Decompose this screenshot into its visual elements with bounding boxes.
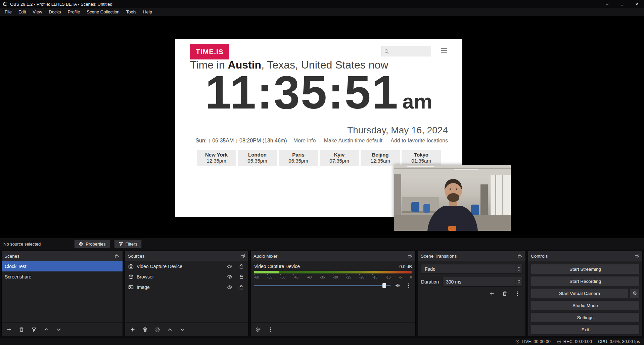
lock-toggle[interactable]	[238, 263, 245, 270]
filters-label: Filters	[126, 242, 137, 247]
meter-ticks	[254, 274, 412, 275]
minimize-button[interactable]	[600, 0, 614, 8]
audio-mixer-panel: Audio Mixer Video Capture Device 0.0 dB …	[250, 251, 416, 336]
menu-scene-collection[interactable]: Scene Collection	[83, 9, 123, 15]
chevron-up-icon	[517, 267, 520, 269]
eye-icon	[227, 285, 232, 290]
timeis-sun-info: Sun: ↑ 06:35AM ↓ 08:20PM (13h 46m) - Mor…	[195, 138, 448, 144]
menu-profile[interactable]: Profile	[64, 9, 83, 15]
mute-button[interactable]	[394, 282, 401, 289]
scene-filters-button[interactable]	[30, 326, 38, 333]
lock-toggle[interactable]	[238, 284, 245, 291]
properties-label: Properties	[86, 242, 105, 247]
maximize-button[interactable]	[614, 0, 629, 8]
duration-label: Duration	[421, 279, 439, 285]
add-icon	[489, 291, 495, 296]
start-recording-button[interactable]: Start Recording	[531, 276, 640, 286]
source-item-image[interactable]: Image	[125, 282, 248, 292]
titlebar[interactable]: OBS 29.1.2 - Profile: LLHLS BETA - Scene…	[0, 0, 644, 8]
controls-panel-title: Controls	[531, 254, 548, 259]
remove-source-button[interactable]	[141, 326, 149, 333]
remove-scene-button[interactable]	[18, 326, 25, 333]
source-move-down-button[interactable]	[179, 326, 186, 333]
properties-button[interactable]: Properties	[74, 240, 110, 248]
visibility-toggle[interactable]	[226, 284, 233, 291]
world-clock-newyork: New York12:35pm	[197, 150, 236, 166]
gear-icon	[79, 242, 83, 246]
preview-area: TIME.IS Time in Austin, Texas, United St…	[0, 16, 644, 238]
transition-options-button[interactable]	[514, 290, 521, 297]
gear-icon	[155, 327, 160, 332]
volume-meter	[254, 271, 412, 273]
world-clock-paris: Paris06:35pm	[279, 150, 318, 166]
source-item-video-capture[interactable]: Video Capture Device	[125, 261, 248, 271]
chevron-down-icon	[517, 269, 520, 271]
studio-mode-button[interactable]: Studio Mode	[531, 300, 640, 310]
window-controls	[600, 0, 644, 8]
settings-button[interactable]: Settings	[531, 312, 640, 322]
menu-docks[interactable]: Docks	[45, 9, 64, 15]
scene-move-up-button[interactable]	[43, 326, 50, 333]
dock-popout-icon	[634, 253, 640, 259]
lock-icon	[239, 264, 244, 269]
transition-select-spinner[interactable]	[515, 264, 522, 273]
virtual-camera-settings-button[interactable]	[630, 288, 640, 298]
scenes-panel-header[interactable]: Scenes	[2, 251, 123, 261]
audio-mixer-header[interactable]: Audio Mixer	[251, 251, 415, 261]
transition-select[interactable]: Fade	[421, 264, 522, 274]
chevron-up-icon	[44, 327, 49, 332]
start-virtual-camera-button[interactable]: Start Virtual Camera	[531, 288, 628, 298]
scene-transitions-header[interactable]: Scene Transitions	[418, 251, 525, 261]
duration-spinner[interactable]	[515, 277, 522, 286]
rec-time: REC: 00:00:00	[563, 339, 592, 344]
menu-file[interactable]: File	[1, 9, 15, 15]
menu-edit[interactable]: Edit	[15, 9, 29, 15]
scene-item-clock-test[interactable]: Clock Test	[2, 261, 123, 271]
add-transition-button[interactable]	[488, 290, 496, 297]
controls-panel-header[interactable]: Controls	[528, 251, 642, 261]
visibility-toggle[interactable]	[226, 263, 233, 270]
volume-slider[interactable]	[254, 283, 390, 289]
close-button[interactable]	[629, 0, 644, 8]
start-streaming-button[interactable]: Start Streaming	[531, 264, 640, 274]
mixer-options-button[interactable]	[405, 282, 412, 289]
mixer-toolbar	[251, 322, 415, 336]
add-icon	[6, 327, 12, 332]
source-move-up-button[interactable]	[166, 326, 174, 333]
scene-move-down-button[interactable]	[55, 326, 62, 333]
image-icon	[128, 285, 134, 290]
stats-text: CPU: 0.6%, 30.00 fps	[598, 339, 640, 344]
lock-toggle[interactable]	[238, 273, 245, 281]
add-scene-button[interactable]	[5, 326, 13, 333]
controls-panel: Controls Start Streaming Start Recording…	[528, 251, 643, 336]
source-properties-button[interactable]	[154, 326, 161, 333]
duration-input[interactable]: 300 ms	[442, 277, 522, 287]
menu-help[interactable]: Help	[140, 9, 155, 15]
program-canvas[interactable]: TIME.IS Time in Austin, Texas, United St…	[134, 19, 511, 231]
scene-item-screenshare[interactable]: Screenshare	[2, 271, 123, 282]
hamburger-menu-icon	[441, 47, 448, 54]
scenes-panel-title: Scenes	[4, 254, 19, 259]
visibility-toggle[interactable]	[226, 273, 233, 281]
sources-panel-header[interactable]: Sources	[125, 251, 248, 261]
add-icon	[130, 327, 135, 332]
live-time: LIVE: 00:00:00	[522, 339, 551, 344]
menu-view[interactable]: View	[29, 9, 45, 15]
advanced-audio-button[interactable]	[255, 326, 262, 333]
volume-slider-track	[254, 285, 390, 286]
exit-button[interactable]: Exit	[531, 325, 640, 335]
filters-button[interactable]: Filters	[114, 240, 142, 248]
world-clock-kyiv: Kyiv07:35pm	[320, 150, 359, 166]
remove-transition-button[interactable]	[501, 290, 508, 297]
kebab-menu-icon	[515, 291, 520, 296]
timeis-search-box	[381, 46, 431, 56]
add-source-button[interactable]	[129, 326, 136, 333]
funnel-icon	[119, 242, 123, 246]
volume-slider-handle[interactable]	[382, 283, 386, 288]
mixer-menu-button[interactable]	[267, 326, 274, 333]
world-clock-beijing: Beijing12:35am	[361, 150, 400, 166]
menu-tools[interactable]: Tools	[123, 9, 140, 15]
live-status: LIVE: 00:00:00	[515, 339, 551, 344]
source-item-browser[interactable]: Browser	[125, 271, 248, 282]
hamburger-lines	[441, 47, 448, 53]
